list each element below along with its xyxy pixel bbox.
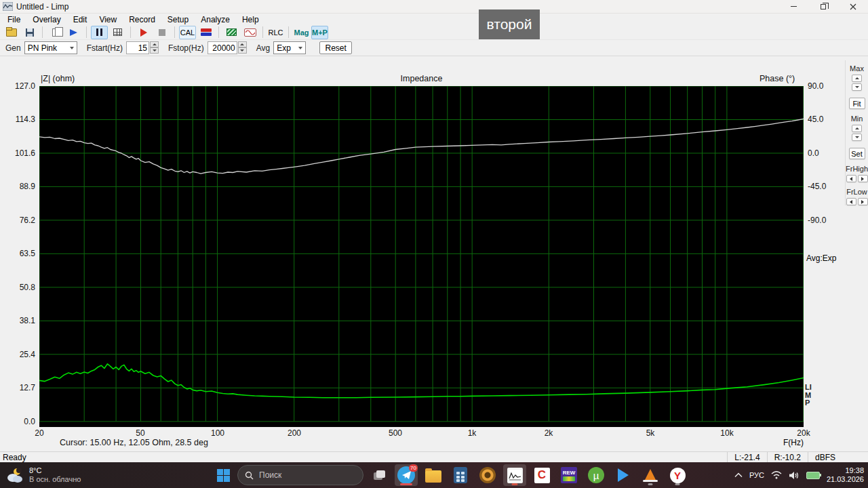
search-icon [245, 471, 254, 480]
rew-app[interactable]: REW [557, 464, 580, 486]
eye-app[interactable] [476, 464, 499, 486]
eye-icon [479, 467, 496, 483]
limp-vertical-badge: LIMP [805, 384, 812, 407]
record-start-button[interactable] [135, 26, 152, 39]
overlay-colors-button[interactable] [197, 26, 214, 39]
frhigh-left-button[interactable] [846, 175, 856, 182]
level-unit: dBFS [808, 452, 842, 462]
frlow-right-button[interactable] [858, 198, 868, 205]
avg-indicator: Avg:Exp [806, 253, 836, 263]
fstart-input[interactable] [126, 41, 149, 54]
search-box[interactable] [237, 465, 363, 485]
wifi-icon[interactable] [771, 471, 782, 479]
set-button[interactable]: Set [849, 148, 865, 159]
menu-record[interactable]: Record [123, 14, 161, 25]
c-app[interactable]: C [530, 464, 553, 486]
table-view-button[interactable] [109, 26, 126, 39]
y-right-tick: -45.0 [808, 182, 835, 191]
menu-edit[interactable]: Edit [67, 14, 94, 25]
tray-expand-button[interactable] [734, 472, 743, 478]
mag-phase-view-button[interactable]: M+P [311, 26, 328, 39]
menu-view[interactable]: View [93, 14, 123, 25]
calibrate-button[interactable]: CAL [179, 26, 196, 39]
limp-app[interactable] [503, 464, 526, 486]
restore-button[interactable] [808, 0, 838, 13]
chevron-down-icon [70, 47, 74, 49]
fstop-down-button[interactable] [238, 47, 247, 54]
pause-icon [96, 28, 102, 36]
telegram-app[interactable]: 70 [395, 464, 418, 486]
yandex-browser-app[interactable]: Y [666, 464, 689, 486]
reset-button[interactable]: Reset [319, 41, 352, 54]
copy-button[interactable] [47, 26, 64, 39]
cursor-readout: Cursor: 15.00 Hz, 12.05 Ohm, 28.5 deg [60, 438, 208, 447]
task-view-button[interactable] [368, 464, 391, 486]
spin-down-icon [240, 49, 244, 52]
max-up-button[interactable] [852, 75, 862, 82]
vlc-app[interactable] [639, 464, 662, 486]
x-axis-title: F(Hz) [760, 438, 804, 447]
calculator-app[interactable] [449, 464, 472, 486]
clock[interactable]: 19:38 21.03.2026 [827, 466, 864, 484]
media-player-app[interactable] [612, 464, 635, 486]
spin-up-icon [855, 127, 859, 129]
battery-icon[interactable] [806, 472, 820, 479]
x-tick: 50 [127, 428, 154, 438]
open-button[interactable] [3, 26, 20, 39]
menu-help[interactable]: Help [236, 14, 265, 25]
volume-icon[interactable] [789, 471, 800, 480]
spin-down-icon [153, 49, 157, 52]
x-tick: 20k [790, 428, 817, 438]
generator-value: PN Pink [28, 43, 57, 53]
rlc-button[interactable]: RLC [267, 26, 284, 39]
y-left-tick: 127.0 [0, 81, 35, 91]
impedance-plot[interactable] [39, 86, 804, 427]
x-tick: 5k [637, 428, 664, 438]
language-indicator[interactable]: РУС [749, 471, 764, 479]
menu-setup[interactable]: Setup [161, 14, 195, 25]
close-icon [850, 3, 856, 10]
pause-button[interactable] [91, 26, 108, 39]
x-tick: 500 [382, 428, 409, 438]
generator-select[interactable]: PN Pink [24, 41, 77, 54]
status-bar: Ready L:-21.4 R:-10.2 dBFS [0, 451, 868, 462]
arrow-left-icon [850, 200, 852, 204]
file-explorer-app[interactable] [422, 464, 445, 486]
menu-file[interactable]: File [1, 14, 26, 25]
fstop-input[interactable] [208, 41, 237, 54]
active-app-indicator [400, 483, 412, 485]
close-button[interactable] [838, 0, 868, 13]
search-input[interactable] [259, 470, 347, 480]
play-icon [140, 28, 147, 37]
running-app-indicator [648, 483, 653, 485]
copy-icon [52, 28, 59, 37]
marker-button[interactable] [65, 26, 82, 39]
fstart-up-button[interactable] [150, 41, 159, 47]
fstop-up-button[interactable] [238, 41, 247, 47]
red-blue-bars-icon [201, 28, 212, 36]
fit-button[interactable]: Fit [849, 98, 865, 109]
record-stop-button[interactable] [153, 26, 170, 39]
averaging-select[interactable]: Exp [273, 41, 306, 54]
frhigh-right-button[interactable] [858, 175, 868, 182]
fstart-down-button[interactable] [150, 47, 159, 54]
start-button[interactable] [213, 465, 233, 485]
min-up-button[interactable] [852, 125, 862, 132]
max-down-button[interactable] [852, 83, 862, 91]
minimize-button[interactable] [778, 0, 808, 13]
save-button[interactable] [21, 26, 38, 39]
menu-analyze[interactable]: Analyze [195, 14, 236, 25]
toolbar-separator [288, 26, 289, 38]
signal-gen-button[interactable] [223, 26, 240, 39]
windows-logo-icon [217, 469, 230, 482]
date: 21.03.2026 [827, 475, 864, 484]
min-down-button[interactable] [852, 134, 862, 141]
frlow-left-button[interactable] [846, 198, 856, 205]
sine-button[interactable] [241, 26, 258, 39]
avg-label: Avg [256, 43, 270, 53]
utorrent-app[interactable]: µ [585, 464, 608, 486]
y-left-tick: 63.5 [0, 249, 35, 258]
magnitude-view-button[interactable]: Mag [293, 26, 310, 39]
menu-overlay[interactable]: Overlay [26, 14, 66, 25]
weather-widget[interactable]: 8°C В осн. облачно [5, 462, 81, 488]
